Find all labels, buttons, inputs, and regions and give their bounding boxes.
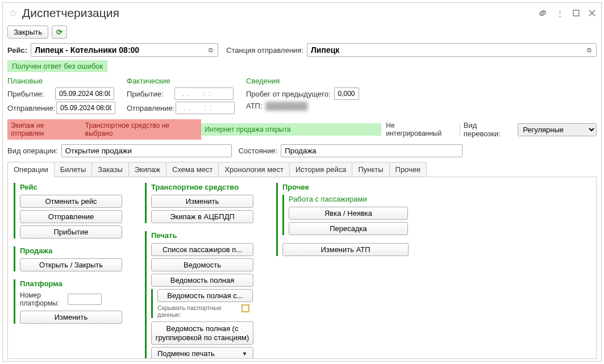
transport-type-select[interactable]: Регулярные xyxy=(518,123,597,136)
group-print-title: Печать xyxy=(151,231,253,240)
attendance-button[interactable]: Явка / Неявка xyxy=(289,207,408,220)
refresh-button[interactable]: ⟳ xyxy=(52,26,67,39)
platform-number-label: Номер платформы: xyxy=(20,291,64,307)
planned-heading: Плановые xyxy=(7,77,115,85)
print-vedomost-full-button[interactable]: Ведомость полная xyxy=(151,274,253,287)
print-vedomost-button[interactable]: Ведомость xyxy=(151,258,253,271)
actual-arrival-input[interactable] xyxy=(174,87,234,100)
tab-points[interactable]: Пункты xyxy=(352,162,389,177)
station-label: Станция отправления: xyxy=(226,46,303,55)
refresh-icon: ⟳ xyxy=(56,28,63,36)
transport-type-label: Вид перевозки: xyxy=(464,121,515,138)
operation-type-label: Вид операции: xyxy=(7,147,58,155)
toggle-sale-button[interactable]: Открыть / Закрыть xyxy=(20,258,122,271)
maximize-icon[interactable] xyxy=(573,10,580,16)
not-integrated-text: Не интегрированный xyxy=(381,119,456,140)
group-vehicle-title: Транспортное средство xyxy=(151,183,253,191)
status-ok-badge: Получен ответ без ошибок xyxy=(7,60,107,72)
print-submenu-label: Подменю печать xyxy=(157,349,215,358)
trip-input[interactable] xyxy=(35,45,207,55)
tab-seat-history[interactable]: Хронология мест xyxy=(218,162,290,177)
change-vehicle-button[interactable]: Изменить xyxy=(151,195,253,208)
print-vedomost-full-s-button[interactable]: Ведомость полная с... xyxy=(157,289,253,302)
tab-crew[interactable]: Экипаж xyxy=(128,162,166,177)
close-icon[interactable] xyxy=(589,10,595,16)
print-vedomost-group-button[interactable]: Ведомость полная (с группировкой по стан… xyxy=(151,321,253,345)
tab-operations[interactable]: Операции xyxy=(7,162,55,177)
tabs: Операции Билеты Заказы Экипаж Схема мест… xyxy=(7,162,597,177)
tab-other[interactable]: Прочее xyxy=(389,162,427,177)
tab-tickets[interactable]: Билеты xyxy=(54,162,92,177)
crew-not-sent-badge: Экипаж не отправлен xyxy=(7,119,82,140)
favorite-star-icon[interactable]: ☆ xyxy=(9,7,18,19)
state-input[interactable] xyxy=(281,144,463,157)
state-label: Состояние: xyxy=(239,147,277,155)
close-button[interactable]: Закрыть xyxy=(7,26,48,39)
internet-sales-open-badge: Интернет продажа открыта xyxy=(201,123,381,136)
trip-label: Рейс: xyxy=(7,46,27,55)
hide-passport-label: Скрывать паспортные данные: xyxy=(157,304,237,318)
group-passengers-title: Работа с пассажирами xyxy=(289,195,409,203)
actual-arrival-label: Прибытие: xyxy=(127,90,171,98)
group-trip-title: Рейс xyxy=(20,183,122,191)
change-platform-button[interactable]: Изменить xyxy=(20,311,122,324)
group-other-title: Прочее xyxy=(282,183,409,191)
kebab-menu-icon[interactable]: ⋮ xyxy=(556,9,564,18)
tab-orders[interactable]: Заказы xyxy=(91,162,128,177)
platform-number-input[interactable] xyxy=(68,294,102,305)
actual-heading: Фактические xyxy=(127,77,235,85)
vehicle-not-selected-badge: Транспортное средство не выбрано xyxy=(82,119,201,140)
group-sale-title: Продажа xyxy=(20,246,122,255)
operation-type-input[interactable] xyxy=(61,144,232,157)
crew-acbpdp-button[interactable]: Экипаж в АЦБПДП xyxy=(151,210,253,223)
actual-departure-label: Отправление: xyxy=(127,104,172,112)
open-link-icon[interactable]: ⧉ xyxy=(586,47,593,54)
tab-trip-history[interactable]: История рейса xyxy=(289,162,352,177)
atp-label: АТП: xyxy=(246,102,263,110)
open-link-icon[interactable]: ⧉ xyxy=(207,47,214,54)
hide-passport-checkbox[interactable] xyxy=(241,304,249,312)
print-submenu-button[interactable]: Подменю печать ▼ xyxy=(151,347,253,359)
chevron-down-icon: ▼ xyxy=(242,351,247,357)
planned-departure-input[interactable] xyxy=(56,102,115,114)
titlebar: ☆ Диспетчеризация ⋮ xyxy=(3,3,601,23)
actual-departure-input[interactable] xyxy=(176,102,235,114)
planned-arrival-label: Прибытие: xyxy=(7,90,52,98)
transfer-button[interactable]: Пересадка xyxy=(289,222,408,235)
atp-value: ████████ xyxy=(266,102,323,110)
arrival-button[interactable]: Прибытие xyxy=(20,225,122,239)
change-atp-button[interactable]: Изменить АТП xyxy=(282,243,409,256)
tab-seat-scheme[interactable]: Схема мест xyxy=(166,162,219,177)
departure-button[interactable]: Отправление xyxy=(20,210,122,223)
mileage-input[interactable] xyxy=(334,87,359,100)
mileage-label: Пробег от предыдущего: xyxy=(246,90,331,98)
planned-departure-label: Отправление: xyxy=(7,104,53,112)
separator xyxy=(460,123,460,136)
window-title: Диспетчеризация xyxy=(22,6,538,20)
station-input[interactable] xyxy=(311,45,586,55)
info-heading: Сведения xyxy=(246,77,359,85)
print-passengers-button[interactable]: Список пассажиров п... xyxy=(151,243,253,256)
svg-rect-0 xyxy=(573,10,579,16)
link-icon[interactable] xyxy=(538,9,547,18)
cancel-trip-button[interactable]: Отменить рейс xyxy=(20,195,122,208)
planned-arrival-input[interactable] xyxy=(55,87,114,100)
group-platform-title: Платформа xyxy=(20,279,122,288)
